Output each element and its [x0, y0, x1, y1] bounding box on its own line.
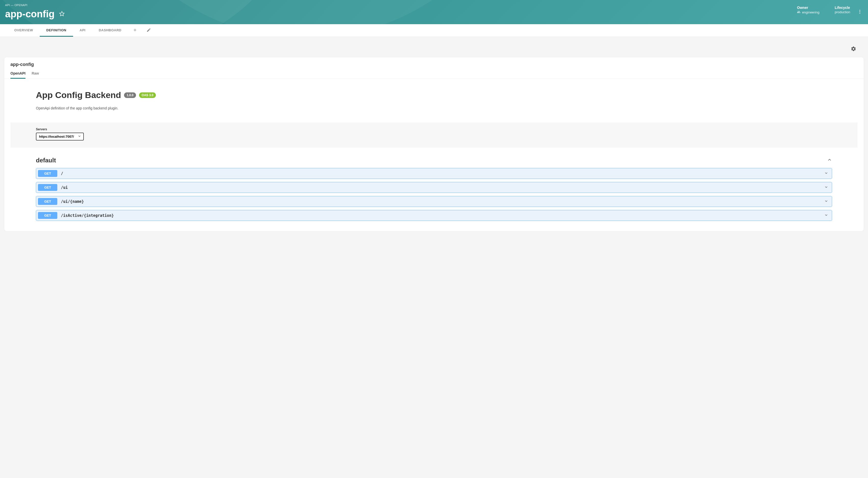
svg-point-3 — [859, 13, 860, 13]
api-title: App Config Backend — [36, 90, 121, 100]
version-badge: 1.0.0 — [124, 92, 136, 98]
gear-icon — [851, 48, 856, 53]
servers-select[interactable]: https://localhost:7007/ — [36, 133, 84, 140]
page-title: app-config — [5, 9, 55, 20]
favorite-button[interactable] — [58, 10, 66, 18]
operation-path: /isActive/{integration} — [61, 213, 820, 218]
breadcrumb: API — OPENAPI — [5, 4, 863, 7]
operation-row[interactable]: GET /isActive/{integration} — [36, 210, 832, 221]
servers-block: Servers https://localhost:7007/ — [10, 123, 858, 148]
operation-path: /ui — [61, 185, 820, 190]
chevron-down-icon — [824, 171, 828, 176]
pencil-icon — [147, 29, 151, 33]
operation-group-header[interactable]: default — [36, 155, 832, 168]
http-method-badge: GET — [38, 198, 57, 205]
chevron-down-icon — [824, 199, 828, 204]
tab-overview[interactable]: OVERVIEW — [8, 24, 40, 37]
star-icon — [59, 13, 65, 17]
main-tabbar: OVERVIEW DEFINITION API DASHBOARD — [0, 24, 868, 37]
owner-label: Owner — [797, 6, 819, 10]
http-method-badge: GET — [38, 170, 57, 177]
tab-definition[interactable]: DEFINITION — [40, 24, 73, 37]
lifecycle-block: Lifecycle production — [835, 6, 850, 14]
operation-path: / — [61, 171, 820, 176]
definition-card: app-config OpenAPI Raw App Config Backen… — [4, 57, 864, 231]
chevron-up-icon — [827, 157, 832, 163]
settings-button[interactable] — [849, 44, 858, 54]
operation-path: /ui/{name} — [61, 199, 820, 204]
card-tab-openapi[interactable]: OpenAPI — [10, 71, 26, 79]
api-description: OpenApi definition of the app config bac… — [10, 106, 858, 110]
lifecycle-label: Lifecycle — [835, 6, 850, 10]
chevron-down-icon — [824, 213, 828, 218]
more-actions-button[interactable] — [856, 8, 864, 16]
plus-icon — [133, 29, 137, 33]
group-icon — [797, 10, 801, 14]
svg-marker-0 — [60, 11, 64, 16]
page-header: API — OPENAPI app-config Owner engineeri… — [0, 0, 868, 24]
operation-group-title: default — [36, 157, 56, 164]
operation-row[interactable]: GET / — [36, 168, 832, 179]
servers-label: Servers — [36, 128, 832, 131]
svg-point-1 — [859, 10, 860, 11]
operation-row[interactable]: GET /ui/{name} — [36, 196, 832, 207]
card-tab-raw[interactable]: Raw — [32, 71, 39, 79]
http-method-badge: GET — [38, 212, 57, 219]
card-title: app-config — [10, 62, 858, 67]
tab-api[interactable]: API — [73, 24, 92, 37]
operation-row[interactable]: GET /ui — [36, 182, 832, 193]
tab-dashboard[interactable]: DASHBOARD — [92, 24, 128, 37]
http-method-badge: GET — [38, 184, 57, 191]
kebab-icon — [857, 11, 862, 15]
add-tab-button[interactable] — [128, 28, 142, 33]
lifecycle-value: production — [835, 10, 850, 14]
owner-link[interactable]: engineering — [802, 10, 819, 14]
owner-block: Owner engineering — [797, 6, 819, 14]
oas-badge: OAS 3.0 — [139, 92, 156, 98]
chevron-down-icon — [824, 185, 828, 190]
svg-point-2 — [859, 11, 860, 12]
edit-tabs-button[interactable] — [142, 28, 156, 33]
